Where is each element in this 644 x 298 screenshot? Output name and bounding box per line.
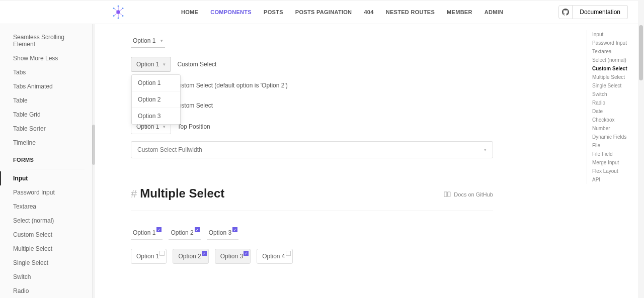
nav-item-components[interactable]: COMPONENTS bbox=[210, 9, 252, 15]
dropdown-option[interactable]: Option 1 bbox=[132, 75, 180, 91]
dropdown-option[interactable]: Option 2 bbox=[132, 91, 180, 108]
multi-option[interactable]: Option 2 bbox=[169, 226, 200, 240]
dropdown-option[interactable]: Option 3 bbox=[132, 108, 180, 124]
github-button[interactable] bbox=[558, 5, 573, 19]
right-nav-item-password-input[interactable]: Password Input bbox=[592, 39, 637, 47]
multi-option-boxed[interactable]: Option 1 bbox=[131, 249, 167, 264]
page-scrollbar[interactable] bbox=[638, 0, 644, 298]
fullwidth-placeholder: Custom Select Fullwidth bbox=[137, 146, 202, 153]
top-position-label: Top Position bbox=[177, 123, 210, 130]
sidebar-heading-forms: FORMS bbox=[0, 150, 93, 167]
chevron-down-icon: ▾ bbox=[484, 147, 487, 152]
check-icon bbox=[202, 251, 207, 256]
right-nav-item-radio[interactable]: Radio bbox=[592, 98, 637, 107]
right-nav-item-input[interactable]: Input bbox=[592, 30, 637, 39]
check-icon bbox=[195, 227, 200, 232]
doc-group: Documentation bbox=[558, 5, 628, 19]
right-nav-item-checkbox[interactable]: Checkbox bbox=[592, 116, 637, 124]
right-nav-item-file-field[interactable]: File Field bbox=[592, 150, 637, 158]
right-nav-item-select-normal-[interactable]: Select (normal) bbox=[592, 56, 637, 64]
nav-item-nested-routes[interactable]: NESTED ROUTES bbox=[386, 9, 435, 15]
nav-item-posts-pagination[interactable]: POSTS PAGINATION bbox=[295, 9, 352, 15]
right-nav-item-multiple-select[interactable]: Multiple Select bbox=[592, 73, 637, 81]
custom-select[interactable]: Option 1 ▾ Option 1Option 2Option 3 bbox=[131, 57, 171, 72]
sidebar-item-input[interactable]: Input bbox=[0, 171, 93, 185]
multi-select-row-1: Option 1Option 2Option 3 bbox=[131, 226, 558, 240]
svg-line-10 bbox=[118, 12, 123, 16]
right-nav: InputPassword InputTextareaSelect (norma… bbox=[587, 30, 637, 184]
svg-line-8 bbox=[118, 9, 123, 13]
chevron-down-icon: ▾ bbox=[163, 62, 166, 67]
right-nav-item-file[interactable]: File bbox=[592, 141, 637, 150]
sidebar-item-password-input[interactable]: Password Input bbox=[0, 185, 93, 200]
page-scrollbar-thumb[interactable] bbox=[639, 25, 643, 80]
check-icon bbox=[244, 251, 249, 256]
nav-item-404[interactable]: 404 bbox=[364, 9, 373, 15]
multi-option[interactable]: Option 1 bbox=[131, 226, 163, 240]
right-nav-item-textarea[interactable]: Textarea bbox=[592, 47, 637, 56]
section-title: # Multiple Select Docs on GitHub bbox=[131, 186, 493, 201]
book-icon bbox=[444, 191, 451, 197]
multi-option-boxed[interactable]: Option 4 bbox=[257, 249, 292, 264]
custom-select-dropdown: Option 1Option 2Option 3 bbox=[131, 74, 181, 125]
sidebar-item-tabs-animated[interactable]: Tabs Animated bbox=[0, 79, 93, 93]
sidebar: Seamless Scrolling ElementShow More Less… bbox=[0, 24, 93, 298]
multi-option-boxed[interactable]: Option 2 bbox=[173, 249, 208, 264]
right-nav-item-date[interactable]: Date bbox=[592, 107, 637, 116]
sidebar-item-show-more-less[interactable]: Show More Less bbox=[0, 51, 93, 65]
main-nav: HOMECOMPONENTSPOSTSPOSTS PAGINATION404NE… bbox=[181, 9, 503, 15]
right-nav-item-single-select[interactable]: Single Select bbox=[592, 81, 637, 90]
check-icon bbox=[232, 227, 237, 232]
divider bbox=[12, 169, 85, 169]
hash-icon: # bbox=[131, 187, 137, 201]
sidebar-item-timeline[interactable]: Timeline bbox=[0, 136, 93, 150]
right-nav-item-custom-select[interactable]: Custom Select bbox=[592, 64, 637, 73]
right-nav-item-api[interactable]: API bbox=[592, 175, 637, 184]
underline-select-value: Option 1 bbox=[133, 37, 155, 44]
logo bbox=[111, 5, 126, 20]
nav-item-home[interactable]: HOME bbox=[181, 9, 198, 15]
docs-on-github-link[interactable]: Docs on GitHub bbox=[444, 191, 493, 197]
multiple-select-heading: Multiple Select bbox=[140, 186, 224, 201]
sidebar-item-single-select[interactable]: Single Select bbox=[0, 256, 93, 270]
content: Option 1 ▾ Option 1 ▾ Option 1Option 2Op… bbox=[101, 24, 589, 298]
custom-select-label: Custom Select bbox=[177, 61, 216, 68]
multi-select-row-2: Option 1Option 2Option 3Option 4 bbox=[131, 249, 558, 264]
nav-item-posts[interactable]: POSTS bbox=[264, 9, 283, 15]
svg-line-7 bbox=[114, 9, 118, 13]
multi-option-boxed[interactable]: Option 3 bbox=[215, 249, 251, 264]
sidebar-item-switch[interactable]: Switch bbox=[0, 270, 93, 284]
sidebar-scrollbar-thumb[interactable] bbox=[92, 125, 95, 165]
right-nav-item-switch[interactable]: Switch bbox=[592, 90, 637, 98]
sidebar-item-textarea[interactable]: Textarea bbox=[0, 200, 93, 214]
sidebar-item-multiple-select[interactable]: Multiple Select bbox=[0, 242, 93, 256]
sidebar-item-seamless-scrolling-element[interactable]: Seamless Scrolling Element bbox=[0, 30, 93, 51]
nav-item-admin[interactable]: ADMIN bbox=[485, 9, 504, 15]
right-nav-item-merge-input[interactable]: Merge Input bbox=[592, 158, 637, 167]
sidebar-item-table-grid[interactable]: Table Grid bbox=[0, 108, 93, 122]
check-icon bbox=[286, 251, 291, 256]
sidebar-item-tabs[interactable]: Tabs bbox=[0, 65, 93, 79]
right-nav-item-number[interactable]: Number bbox=[592, 124, 637, 133]
header: HOMECOMPONENTSPOSTSPOSTS PAGINATION404NE… bbox=[0, 0, 638, 24]
check-icon bbox=[159, 251, 165, 256]
check-icon bbox=[156, 227, 162, 232]
documentation-button[interactable]: Documentation bbox=[573, 5, 628, 19]
chevron-down-icon: ▾ bbox=[160, 38, 163, 43]
sidebar-item-table-sorter[interactable]: Table Sorter bbox=[0, 122, 93, 136]
custom-select-value: Option 1 bbox=[136, 61, 159, 68]
sidebar-item-select-normal-[interactable]: Select (normal) bbox=[0, 214, 93, 228]
nav-item-member[interactable]: MEMBER bbox=[447, 9, 472, 15]
default-option-label: Custom Select (default option is 'Option… bbox=[174, 82, 288, 89]
underline-select[interactable]: Option 1 ▾ bbox=[131, 34, 165, 48]
sidebar-item-custom-select[interactable]: Custom Select bbox=[0, 228, 93, 242]
chevron-down-icon: ▾ bbox=[163, 124, 166, 129]
right-nav-item-dynamic-fields[interactable]: Dynamic Fields bbox=[592, 133, 637, 141]
sidebar-scrollbar[interactable] bbox=[92, 24, 95, 298]
sidebar-item-table[interactable]: Table bbox=[0, 93, 93, 108]
multi-option[interactable]: Option 3 bbox=[207, 226, 238, 240]
right-nav-item-flex-layout[interactable]: Flex Layout bbox=[592, 167, 637, 175]
docs-link-label: Docs on GitHub bbox=[454, 191, 493, 197]
sidebar-item-radio[interactable]: Radio bbox=[0, 284, 93, 298]
fullwidth-select[interactable]: Custom Select Fullwidth ▾ bbox=[131, 141, 493, 158]
